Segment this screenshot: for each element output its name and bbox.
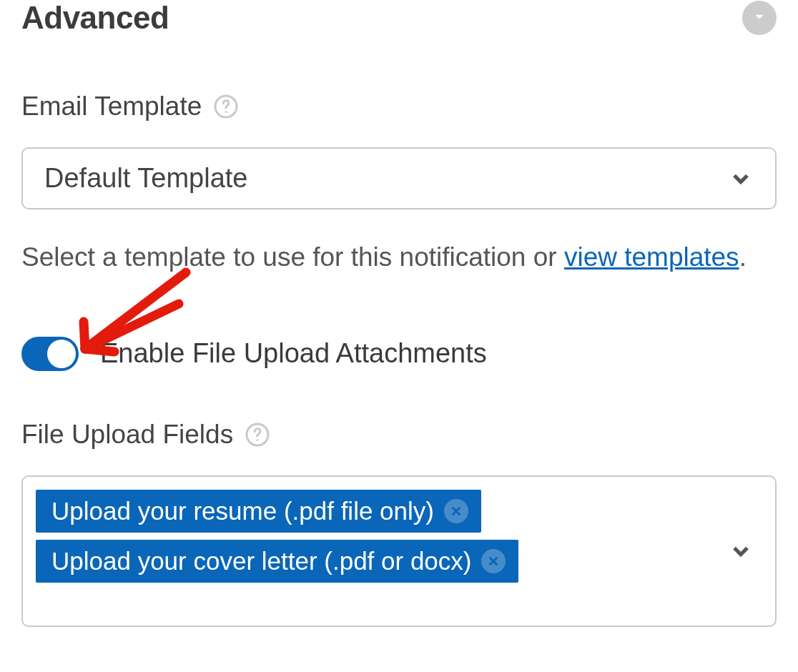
email-template-helper-text: Select a template to use for this notifi… — [21, 238, 777, 277]
help-icon[interactable] — [213, 94, 239, 119]
svg-point-1 — [225, 111, 227, 113]
chevron-down-icon — [749, 6, 769, 29]
enable-file-upload-attachments-label: Enable File Upload Attachments — [100, 338, 487, 369]
section-title-advanced: Advanced — [21, 0, 169, 36]
chip-label: Upload your cover letter (.pdf or docx) — [51, 547, 471, 575]
file-upload-fields-label: File Upload Fields — [21, 420, 233, 450]
email-template-select[interactable]: Default Template — [21, 147, 777, 209]
enable-file-upload-attachments-toggle[interactable] — [21, 337, 79, 371]
selected-chip: Upload your resume (.pdf file only) — [36, 490, 481, 533]
svg-point-3 — [257, 439, 259, 441]
remove-chip-button[interactable] — [444, 499, 468, 523]
chip-label: Upload your resume (.pdf file only) — [51, 497, 434, 525]
view-templates-link[interactable]: view templates — [564, 242, 739, 272]
selected-chip: Upload your cover letter (.pdf or docx) — [36, 540, 518, 583]
chevron-down-icon — [728, 166, 754, 192]
email-template-selected-value: Default Template — [44, 163, 247, 194]
toggle-knob — [47, 340, 76, 368]
file-upload-fields-select[interactable]: Upload your resume (.pdf file only) Uplo… — [21, 475, 777, 627]
chevron-down-icon — [728, 538, 754, 564]
remove-chip-button[interactable] — [481, 549, 506, 573]
email-template-label: Email Template — [21, 92, 202, 122]
help-icon[interactable] — [245, 422, 270, 448]
collapse-section-button[interactable] — [742, 1, 777, 35]
